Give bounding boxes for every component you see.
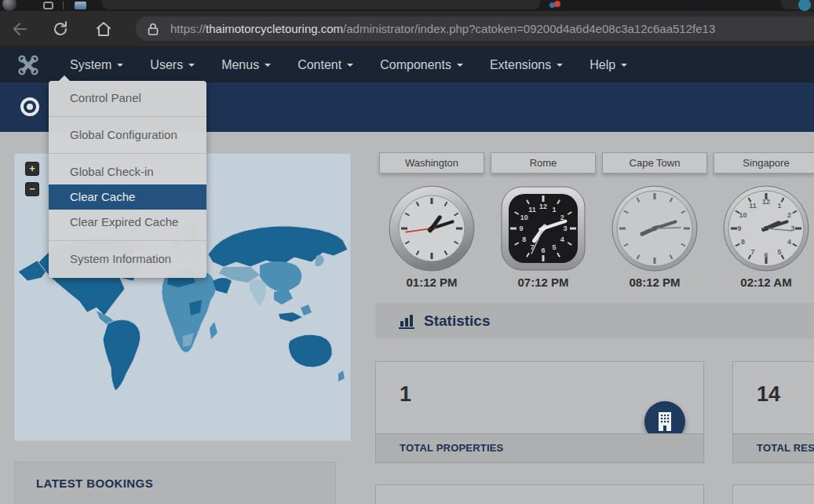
svg-text:9: 9: [737, 225, 741, 232]
system-dropdown-menu: Control Panel Global Configuration Globa…: [49, 81, 206, 278]
clock-city-label: Singapore: [714, 152, 814, 173]
stat-label: TOTAL RESERVATIONS: [733, 434, 814, 462]
svg-text:10: 10: [520, 214, 528, 221]
browser-toolbar: https://thaimotorcycletouring.com/admini…: [0, 11, 814, 47]
analog-clock: 123456789101112: [722, 184, 810, 272]
stat-card: [732, 484, 814, 504]
svg-text:12: 12: [762, 198, 770, 206]
screen: https://thaimotorcycletouring.com/admini…: [0, 0, 814, 504]
menu-item-clear-expired-cache[interactable]: Clear Expired Cache: [49, 210, 206, 235]
menu-item-global-configuration[interactable]: Global Configuration: [49, 122, 206, 148]
stat-card-properties: 1 TOTAL PROPERTIES: [375, 361, 704, 463]
stat-card-reservations: 14 TOTAL RESERVATIONS: [732, 361, 814, 463]
tab-icon[interactable]: [43, 2, 53, 9]
chevron-down-icon: [117, 64, 123, 67]
clock-city-label: Washington: [379, 152, 484, 173]
svg-text:6: 6: [764, 251, 768, 259]
stat-card-footer: TOTAL RESERVATIONS: [733, 433, 814, 462]
tab-divider: [63, 2, 64, 9]
stat-label: TOTAL PROPERTIES: [376, 434, 703, 462]
back-button[interactable]: [8, 17, 31, 41]
svg-text:10: 10: [739, 211, 747, 219]
url-domain: thaimotorcycletouring.com: [206, 22, 343, 35]
menu-item-system-information[interactable]: System Information: [49, 247, 206, 272]
active-tab[interactable]: [102, 0, 540, 9]
analog-clock: [388, 184, 476, 272]
url-path: /administrator/index.php?catoken=09200d4…: [343, 22, 715, 35]
clock-column-cape-town: Cape Town 08:12 PM: [602, 152, 707, 289]
latest-bookings-title: LATEST BOOKINGS: [36, 477, 335, 490]
clock-column-rome: Rome 12345678910111207:12 PM: [491, 152, 596, 289]
svg-text:2: 2: [787, 211, 791, 219]
svg-text:11: 11: [528, 206, 536, 214]
stat-value: 14: [733, 362, 814, 407]
chevron-down-icon: [188, 64, 195, 67]
menu-item-global-check-in[interactable]: Global Check-in: [49, 159, 206, 184]
svg-text:11: 11: [749, 202, 757, 210]
url-scheme: https://: [170, 22, 206, 35]
svg-text:8: 8: [522, 236, 526, 243]
menu-item-components[interactable]: Components: [367, 47, 476, 82]
profile-avatar[interactable]: [2, 0, 16, 11]
svg-text:5: 5: [777, 248, 781, 256]
svg-text:1: 1: [777, 202, 781, 210]
svg-text:1: 1: [552, 206, 556, 214]
home-icon: [95, 20, 112, 38]
stat-card-footer: TOTAL PROPERTIES: [376, 433, 703, 462]
svg-text:3: 3: [790, 225, 794, 232]
control-panel-icon: [20, 97, 39, 116]
tab-icon[interactable]: [75, 2, 86, 9]
menu-divider: [49, 153, 206, 154]
statistics-title: Statistics: [424, 312, 490, 330]
bar-chart-icon: [399, 313, 416, 329]
menu-item-extensions[interactable]: Extensions: [476, 47, 576, 82]
analog-clock: [611, 184, 699, 272]
clock-column-singapore: Singapore 12345678910111202:12 AM: [714, 152, 814, 289]
menu-item-control-panel[interactable]: Control Panel: [49, 86, 206, 111]
chevron-down-icon: [457, 64, 463, 67]
svg-text:5: 5: [552, 243, 556, 251]
back-arrow-icon: [11, 20, 28, 38]
latest-bookings-panel: LATEST BOOKINGS: [14, 462, 336, 504]
svg-text:12: 12: [539, 203, 547, 210]
menu-item-clear-cache[interactable]: Clear Cache: [49, 184, 206, 210]
menu-item-users[interactable]: Users: [137, 47, 208, 82]
clock-city-label: Rome: [491, 152, 596, 173]
chevron-down-icon: [621, 64, 627, 67]
address-bar[interactable]: https://thaimotorcycletouring.com/admini…: [136, 16, 814, 41]
svg-text:9: 9: [519, 225, 523, 232]
reload-button[interactable]: [49, 17, 72, 41]
clock-city-label: Cape Town: [602, 152, 707, 173]
menu-item-help[interactable]: Help: [576, 47, 641, 82]
statistics-header: Statistics: [375, 303, 814, 338]
browser-tabstrip: [0, 0, 814, 11]
clock-time: 07:12 PM: [491, 276, 596, 289]
map-zoom-in-button[interactable]: +: [25, 162, 39, 176]
menu-item-content[interactable]: Content: [284, 47, 367, 82]
svg-text:4: 4: [787, 238, 791, 246]
reload-icon: [52, 20, 69, 38]
analog-clock: 123456789101112: [499, 184, 587, 272]
tab-favicon-icon[interactable]: [549, 1, 560, 9]
stat-card: [375, 484, 704, 504]
tab-favicon-icon: [798, 0, 811, 11]
svg-text:8: 8: [741, 238, 745, 246]
menu-item-menus[interactable]: Menus: [208, 47, 284, 82]
lock-icon[interactable]: [147, 22, 159, 36]
map-zoom-out-button[interactable]: −: [25, 182, 39, 196]
clock-time: 08:12 PM: [602, 276, 707, 289]
joomla-logo-icon: [17, 54, 39, 76]
menu-divider: [49, 240, 206, 241]
chevron-down-icon: [347, 64, 353, 67]
menu-divider: [49, 116, 206, 117]
clock-time: 02:12 AM: [714, 276, 814, 289]
home-button[interactable]: [92, 17, 115, 41]
svg-text:4: 4: [560, 236, 564, 243]
stat-value: 1: [376, 362, 703, 407]
svg-text:3: 3: [563, 225, 567, 232]
chevron-down-icon: [265, 64, 271, 67]
url-text: https://thaimotorcycletouring.com/admini…: [170, 22, 715, 35]
browser-tab[interactable]: [781, 0, 814, 9]
chevron-down-icon: [557, 64, 563, 67]
menubar-items: System Users Menus Content Components Ex…: [57, 47, 641, 82]
